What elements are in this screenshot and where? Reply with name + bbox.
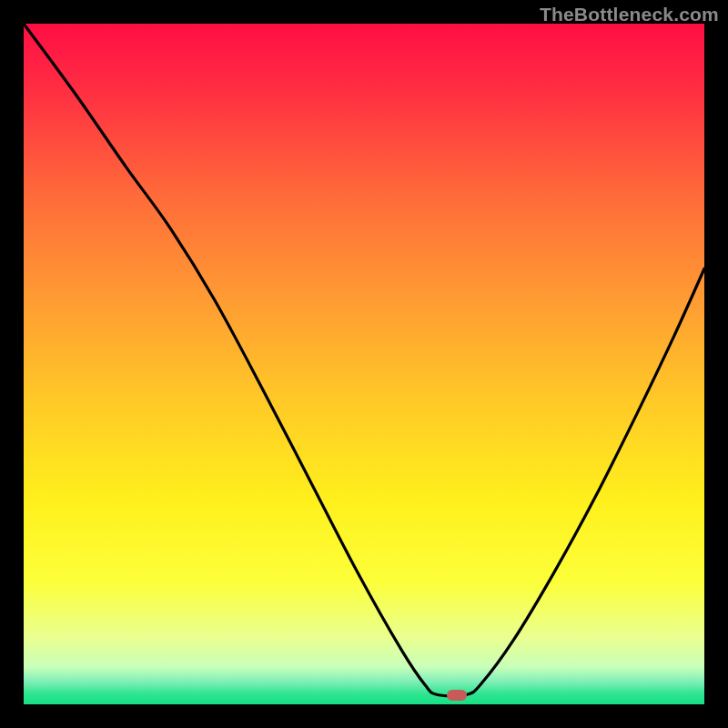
chart-frame: TheBottleneck.com	[0, 0, 728, 728]
watermark-text: TheBottleneck.com	[540, 4, 719, 25]
optimal-marker	[447, 690, 467, 701]
plot-area	[24, 24, 704, 704]
background-gradient	[24, 24, 704, 704]
svg-rect-0	[24, 24, 704, 704]
